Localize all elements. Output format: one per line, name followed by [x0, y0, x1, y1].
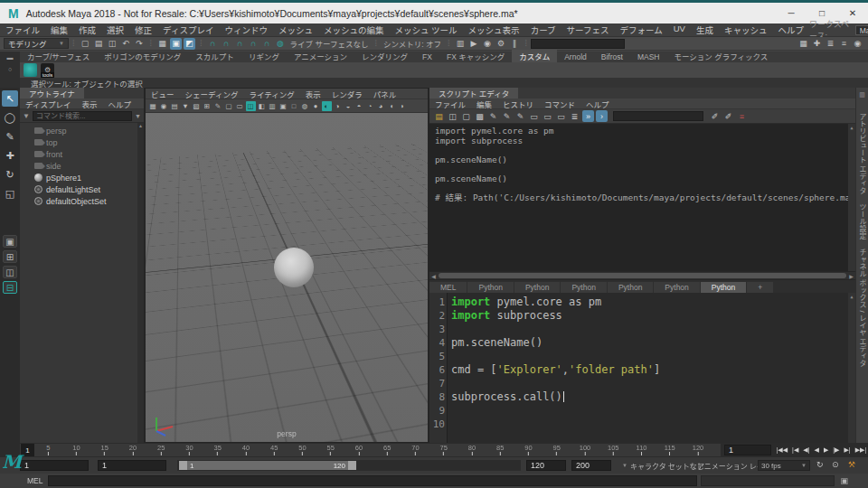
timeline-tick[interactable]: 105 [608, 444, 619, 455]
ambient-occlusion-icon[interactable]: ◓ [354, 101, 364, 111]
shelf-options-icon[interactable]: ○ [5, 66, 15, 75]
shelf-tab[interactable]: ポリゴンのモデリング [97, 50, 188, 62]
current-time-field[interactable]: 1 [724, 445, 771, 455]
playback-end-field[interactable]: 120 [526, 460, 566, 471]
clear-quick-help-icon[interactable]: ✐ [722, 110, 734, 122]
menu-item[interactable]: ウィンドウ [219, 23, 273, 36]
timeline-tick[interactable]: 60 [355, 444, 363, 455]
minimize-button[interactable]: ─ [776, 4, 807, 23]
snap-to-view-plane-icon[interactable]: ∩ [261, 38, 273, 50]
echo-all-commands-icon[interactable]: ✎ [487, 110, 499, 122]
script-tab[interactable]: + [747, 282, 773, 293]
menu-item[interactable]: デフォーム [615, 23, 668, 36]
script-tab[interactable]: MEL [429, 282, 467, 293]
toolbar-search-input[interactable] [531, 39, 625, 49]
depth-of-field-icon[interactable]: ◖ [387, 101, 397, 111]
script-editor-menu-item[interactable]: コマンド [539, 99, 580, 109]
toolbar-divider[interactable]: ⁞ [448, 39, 450, 48]
curve-precision-icon[interactable]: ✚ [811, 38, 823, 50]
play-backwards-button[interactable]: ◀ [812, 446, 821, 454]
anti-aliasing-icon[interactable]: ◕ [376, 101, 386, 111]
shelf-tab[interactable]: レンダリング [354, 50, 415, 62]
go-to-start-button[interactable]: |◀◀ [774, 446, 790, 454]
viewport-menu-item[interactable]: シェーディング [180, 89, 244, 99]
menu-item[interactable]: ディスプレイ [157, 23, 219, 36]
outliner-item[interactable]: side [20, 160, 144, 172]
rotate-tool-icon[interactable]: ↻ [2, 166, 18, 183]
scrollbar-thumb[interactable] [439, 273, 846, 278]
outliner-menu-item[interactable]: ディスプレイ [20, 99, 76, 109]
shaded-icon[interactable]: ● [311, 101, 321, 111]
script-editor-menu-item[interactable]: 編集 [471, 99, 497, 109]
grease-pencil-icon[interactable]: ✎ [213, 101, 223, 111]
toolbar-divider[interactable]: ⁞ [374, 39, 377, 48]
code-line-text[interactable] [448, 350, 458, 363]
shelf-tab[interactable]: モーション グラフィックス [666, 50, 775, 62]
outliner-menu-item[interactable]: 表示 [76, 99, 102, 109]
film-gate-icon[interactable]: ▭ [235, 101, 245, 111]
script-editor-toggle-icon[interactable]: ▣ [840, 476, 848, 485]
code-line-text[interactable]: cmd = ['Explorer','folder path'] [448, 363, 660, 377]
script-input-pane[interactable]: 1 import pymel.core as pm 2 import subpr… [429, 293, 855, 443]
script-history-pane[interactable]: import pymel.core as pmimport subprocess… [429, 124, 855, 271]
toolbar-divider[interactable]: ⁞ [524, 39, 527, 48]
shelf-tab[interactable]: アニメーション [287, 50, 354, 62]
timeline-tick[interactable]: 10 [72, 444, 80, 455]
select-by-component-icon[interactable]: ◩ [184, 38, 195, 50]
suppress-output-icon[interactable]: ✎ [501, 110, 513, 122]
new-scene-icon[interactable]: ▢ [80, 38, 91, 50]
viewport-3d-view[interactable]: persp [146, 113, 428, 442]
save-scene-icon[interactable]: ◫ [107, 38, 118, 50]
time-slider-track[interactable]: 1 51015202530354045505560657075808590951… [20, 444, 721, 456]
move-tool-icon[interactable]: ✚ [2, 147, 18, 164]
shelf-tab[interactable]: FX [415, 52, 439, 62]
animation-preferences-icon[interactable]: ⚒ [848, 460, 855, 469]
field-chart-icon[interactable]: ▥ [268, 101, 278, 111]
timeline-tick[interactable]: 5 [46, 444, 50, 455]
outliner-item[interactable]: persp [20, 125, 144, 136]
make-object-live-icon[interactable]: ◍ [275, 38, 287, 50]
timeline-tick[interactable]: 70 [411, 444, 419, 455]
select-by-object-icon[interactable]: ▣ [170, 38, 182, 50]
history-scrollbar[interactable]: ▲ [848, 124, 855, 271]
timeline-tick[interactable]: 20 [129, 444, 137, 455]
snap-to-projected-center-icon[interactable]: ∩ [248, 38, 259, 50]
script-tab[interactable]: Python [514, 282, 560, 293]
grid-toggle-icon[interactable]: ▦ [797, 38, 809, 50]
redo-icon[interactable]: ↷ [134, 38, 146, 50]
viewport-menu-item[interactable]: ビュー [146, 89, 180, 99]
shelf-tab[interactable]: カーブ/サーフェス [20, 50, 97, 62]
snap-to-point-icon[interactable]: ∩ [234, 38, 246, 50]
clear-input-icon[interactable]: ▩ [474, 110, 486, 122]
load-script-icon[interactable]: ▤ [433, 110, 445, 122]
ipr-render-icon[interactable]: ◉ [481, 38, 493, 50]
command-line-mode-label[interactable]: MEL [27, 476, 42, 485]
code-line-text[interactable]: pm.sceneName() [448, 336, 542, 350]
history-horizontal-scrollbar[interactable]: ◀ ▶ [429, 271, 855, 280]
menu-item[interactable]: キャッシュ [719, 23, 773, 36]
isolate-select-icon[interactable]: ◗ [398, 101, 408, 111]
menu-item[interactable]: カーブ [525, 23, 561, 36]
go-to-end-button[interactable]: ▶▶| [853, 446, 868, 454]
outliner-scrollbar[interactable]: ▲ [137, 123, 144, 443]
shelf-tab[interactable]: カスタム [512, 50, 557, 62]
current-frame-marker[interactable]: 1 [21, 444, 34, 456]
script-tab[interactable]: Python [701, 282, 746, 293]
outliner-item[interactable]: front [20, 148, 144, 160]
timeline-tick[interactable]: 120 [693, 444, 704, 455]
menu-item[interactable]: メッシュ表示 [463, 23, 525, 36]
snap-to-curve-icon[interactable]: ∩ [221, 38, 232, 50]
filter-icon[interactable]: ▼ [23, 112, 30, 120]
viewport-menu-item[interactable]: 表示 [300, 89, 326, 99]
channel-box-toggle-icon[interactable]: ≣ [825, 38, 836, 50]
scroll-right-icon[interactable]: ▶ [847, 273, 855, 279]
four-pane-layout-icon[interactable]: ⊞ [3, 250, 17, 263]
pause-icon[interactable]: ∥ [508, 38, 520, 50]
lasso-tool-icon[interactable]: ◯ [2, 109, 18, 126]
show-tooltip-help-icon[interactable]: ▭ [542, 110, 553, 122]
menu-item[interactable]: 修正 [129, 23, 157, 36]
viewport-menu-item[interactable]: ライティング [243, 89, 299, 99]
code-line-text[interactable] [448, 377, 458, 390]
script-tab[interactable]: Python [561, 282, 606, 293]
camera-attributes-icon[interactable]: ▤ [170, 101, 180, 111]
